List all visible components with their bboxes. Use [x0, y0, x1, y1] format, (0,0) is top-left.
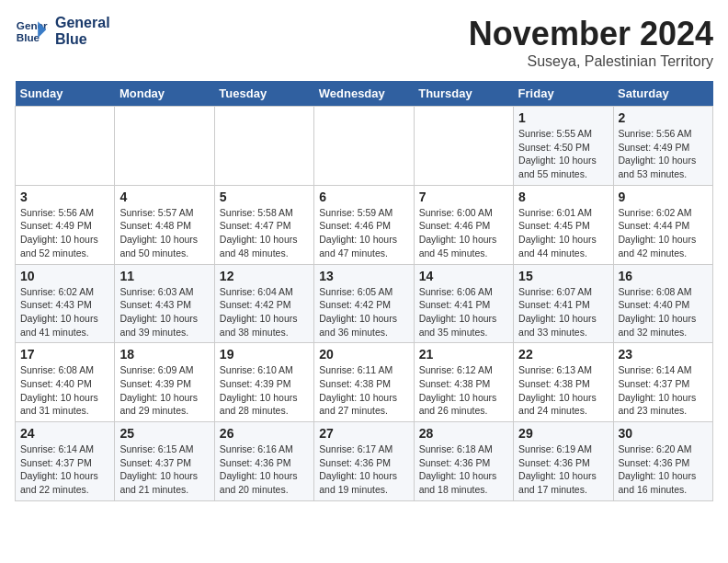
day-info: Sunrise: 6:06 AMSunset: 4:41 PMDaylight:… — [419, 285, 508, 339]
day-cell: 28Sunrise: 6:18 AMSunset: 4:36 PMDayligh… — [414, 422, 513, 501]
day-cell: 14Sunrise: 6:06 AMSunset: 4:41 PMDayligh… — [414, 264, 513, 343]
day-cell: 17Sunrise: 6:08 AMSunset: 4:40 PMDayligh… — [16, 343, 115, 422]
day-cell: 9Sunrise: 6:02 AMSunset: 4:44 PMDaylight… — [613, 185, 712, 264]
day-cell: 12Sunrise: 6:04 AMSunset: 4:42 PMDayligh… — [214, 264, 313, 343]
day-info: Sunrise: 6:19 AMSunset: 4:36 PMDaylight:… — [518, 442, 608, 497]
column-header-monday: Monday — [115, 81, 214, 107]
day-info: Sunrise: 5:57 AMSunset: 4:48 PMDaylight:… — [119, 206, 209, 260]
day-cell: 25Sunrise: 6:15 AMSunset: 4:37 PMDayligh… — [115, 422, 214, 501]
day-cell: 2Sunrise: 5:56 AMSunset: 4:49 PMDaylight… — [613, 107, 712, 186]
day-number: 9 — [619, 190, 708, 204]
day-info: Sunrise: 6:05 AMSunset: 4:42 PMDaylight:… — [319, 285, 408, 339]
week-row-4: 24Sunrise: 6:14 AMSunset: 4:37 PMDayligh… — [16, 422, 713, 501]
day-info: Sunrise: 6:08 AMSunset: 4:40 PMDaylight:… — [619, 285, 708, 339]
day-info: Sunrise: 6:13 AMSunset: 4:38 PMDaylight:… — [518, 363, 608, 418]
day-cell: 5Sunrise: 5:58 AMSunset: 4:47 PMDaylight… — [214, 185, 313, 264]
week-row-0: 1Sunrise: 5:55 AMSunset: 4:50 PMDaylight… — [16, 107, 713, 186]
day-cell: 24Sunrise: 6:14 AMSunset: 4:37 PMDayligh… — [16, 422, 115, 501]
day-cell — [16, 107, 115, 186]
day-number: 7 — [419, 190, 508, 204]
day-number: 6 — [319, 190, 408, 204]
title-block: November 2024 Suseya, Palestinian Territ… — [469, 15, 713, 70]
day-info: Sunrise: 6:14 AMSunset: 4:37 PMDaylight:… — [619, 363, 708, 418]
day-info: Sunrise: 6:15 AMSunset: 4:37 PMDaylight:… — [119, 442, 209, 497]
day-cell: 3Sunrise: 5:56 AMSunset: 4:49 PMDaylight… — [16, 185, 115, 264]
column-header-wednesday: Wednesday — [314, 81, 414, 107]
day-info: Sunrise: 6:08 AMSunset: 4:40 PMDaylight:… — [20, 363, 109, 418]
day-cell: 29Sunrise: 6:19 AMSunset: 4:36 PMDayligh… — [514, 422, 613, 501]
day-cell: 4Sunrise: 5:57 AMSunset: 4:48 PMDaylight… — [115, 185, 214, 264]
day-number: 22 — [518, 347, 608, 362]
day-info: Sunrise: 6:18 AMSunset: 4:36 PMDaylight:… — [419, 442, 508, 497]
day-cell: 21Sunrise: 6:12 AMSunset: 4:38 PMDayligh… — [414, 343, 513, 422]
day-number: 8 — [518, 190, 608, 204]
day-cell: 13Sunrise: 6:05 AMSunset: 4:42 PMDayligh… — [314, 264, 414, 343]
day-cell: 15Sunrise: 6:07 AMSunset: 4:41 PMDayligh… — [514, 264, 613, 343]
day-info: Sunrise: 6:09 AMSunset: 4:39 PMDaylight:… — [119, 363, 209, 418]
week-row-1: 3Sunrise: 5:56 AMSunset: 4:49 PMDaylight… — [16, 185, 713, 264]
day-number: 3 — [20, 190, 109, 204]
day-info: Sunrise: 5:56 AMSunset: 4:49 PMDaylight:… — [619, 127, 708, 181]
day-info: Sunrise: 6:04 AMSunset: 4:42 PMDaylight:… — [220, 285, 309, 339]
day-cell: 27Sunrise: 6:17 AMSunset: 4:36 PMDayligh… — [314, 422, 414, 501]
day-info: Sunrise: 6:12 AMSunset: 4:38 PMDaylight:… — [419, 363, 508, 418]
day-info: Sunrise: 6:07 AMSunset: 4:41 PMDaylight:… — [518, 285, 608, 339]
calendar-table: SundayMondayTuesdayWednesdayThursdayFrid… — [15, 81, 713, 501]
day-number: 28 — [419, 426, 508, 441]
day-number: 13 — [319, 269, 408, 283]
day-cell: 10Sunrise: 6:02 AMSunset: 4:43 PMDayligh… — [16, 264, 115, 343]
day-number: 14 — [419, 269, 508, 283]
day-number: 4 — [119, 190, 209, 204]
column-header-tuesday: Tuesday — [214, 81, 313, 107]
day-info: Sunrise: 6:01 AMSunset: 4:45 PMDaylight:… — [518, 206, 608, 260]
day-cell: 6Sunrise: 5:59 AMSunset: 4:46 PMDaylight… — [314, 185, 414, 264]
day-number: 1 — [518, 110, 608, 125]
day-cell — [314, 107, 414, 186]
day-number: 21 — [419, 347, 508, 362]
day-info: Sunrise: 6:02 AMSunset: 4:44 PMDaylight:… — [619, 206, 708, 260]
day-number: 19 — [220, 347, 309, 362]
column-header-thursday: Thursday — [414, 81, 513, 107]
day-info: Sunrise: 5:58 AMSunset: 4:47 PMDaylight:… — [220, 206, 309, 260]
day-number: 26 — [220, 426, 309, 441]
day-info: Sunrise: 6:00 AMSunset: 4:46 PMDaylight:… — [419, 206, 508, 260]
day-info: Sunrise: 5:59 AMSunset: 4:46 PMDaylight:… — [319, 206, 408, 260]
day-cell — [115, 107, 214, 186]
svg-text:Blue: Blue — [17, 31, 40, 43]
day-info: Sunrise: 6:10 AMSunset: 4:39 PMDaylight:… — [220, 363, 309, 418]
day-number: 18 — [119, 347, 209, 362]
header-row: SundayMondayTuesdayWednesdayThursdayFrid… — [16, 81, 713, 107]
day-number: 23 — [619, 347, 708, 362]
day-number: 5 — [220, 190, 309, 204]
day-number: 27 — [319, 426, 408, 441]
day-info: Sunrise: 6:14 AMSunset: 4:37 PMDaylight:… — [20, 442, 109, 497]
logo: General Blue General Blue — [15, 15, 110, 49]
day-number: 2 — [619, 110, 708, 125]
column-header-saturday: Saturday — [613, 81, 712, 107]
day-info: Sunrise: 6:20 AMSunset: 4:36 PMDaylight:… — [619, 442, 708, 497]
day-info: Sunrise: 6:02 AMSunset: 4:43 PMDaylight:… — [20, 285, 109, 339]
day-cell: 26Sunrise: 6:16 AMSunset: 4:36 PMDayligh… — [214, 422, 313, 501]
day-cell — [414, 107, 513, 186]
day-cell: 23Sunrise: 6:14 AMSunset: 4:37 PMDayligh… — [613, 343, 712, 422]
day-number: 30 — [619, 426, 708, 441]
day-cell: 18Sunrise: 6:09 AMSunset: 4:39 PMDayligh… — [115, 343, 214, 422]
day-info: Sunrise: 5:55 AMSunset: 4:50 PMDaylight:… — [518, 127, 608, 181]
week-row-2: 10Sunrise: 6:02 AMSunset: 4:43 PMDayligh… — [16, 264, 713, 343]
day-number: 10 — [20, 269, 109, 283]
day-info: Sunrise: 5:56 AMSunset: 4:49 PMDaylight:… — [20, 206, 109, 260]
day-number: 12 — [220, 269, 309, 283]
day-cell: 16Sunrise: 6:08 AMSunset: 4:40 PMDayligh… — [613, 264, 712, 343]
day-info: Sunrise: 6:16 AMSunset: 4:36 PMDaylight:… — [220, 442, 309, 497]
day-info: Sunrise: 6:11 AMSunset: 4:38 PMDaylight:… — [319, 363, 408, 418]
day-cell: 30Sunrise: 6:20 AMSunset: 4:36 PMDayligh… — [613, 422, 712, 501]
day-info: Sunrise: 6:17 AMSunset: 4:36 PMDaylight:… — [319, 442, 408, 497]
column-header-sunday: Sunday — [16, 81, 115, 107]
month-title: November 2024 — [469, 15, 713, 53]
day-info: Sunrise: 6:03 AMSunset: 4:43 PMDaylight:… — [119, 285, 209, 339]
day-number: 20 — [319, 347, 408, 362]
day-number: 25 — [119, 426, 209, 441]
day-number: 16 — [619, 269, 708, 283]
day-cell: 1Sunrise: 5:55 AMSunset: 4:50 PMDaylight… — [514, 107, 613, 186]
day-number: 17 — [20, 347, 109, 362]
